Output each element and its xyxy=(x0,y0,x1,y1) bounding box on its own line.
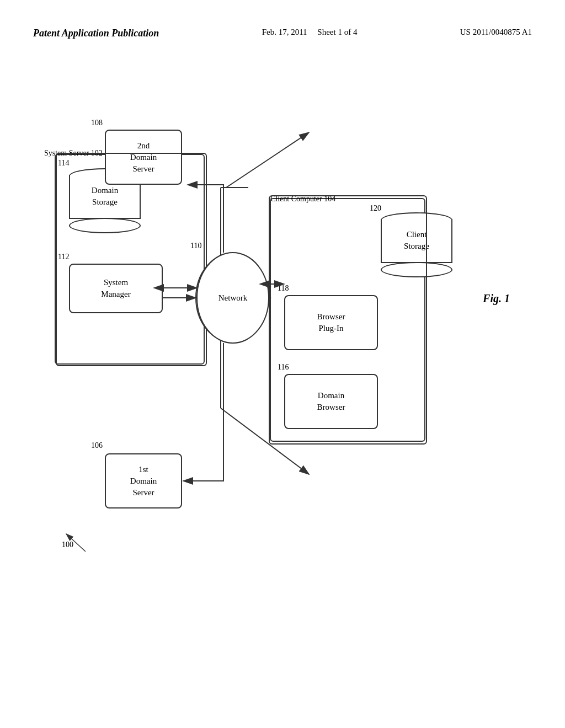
first-domain-server-box: 1stDomainServer xyxy=(105,453,182,508)
header: Patent Application Publication Feb. 17, … xyxy=(33,28,532,39)
domain-storage-ref: 114 xyxy=(58,159,69,168)
header-date-sheet: Feb. 17, 2011 Sheet 1 of 4 xyxy=(262,28,358,37)
client-storage-cylinder-bottom xyxy=(381,262,452,277)
client-storage-ref: 120 xyxy=(370,204,381,213)
date: Feb. 17, 2011 xyxy=(262,28,307,36)
second-domain-server-ref: 108 xyxy=(91,119,103,127)
second-domain-server-box: 2ndDomainServer xyxy=(105,130,182,185)
browser-plugin-ref: 118 xyxy=(278,284,289,293)
diagram: Network System Server 102 114 DomainStor… xyxy=(33,88,532,618)
system-server-label: System Server 102 xyxy=(44,149,103,158)
domain-browser-ref: 116 xyxy=(278,363,289,372)
system-manager-box: SystemManager xyxy=(69,264,163,313)
ref-100: 100 xyxy=(62,540,73,549)
network-ref: 110 xyxy=(190,242,201,250)
system-manager-ref: 112 xyxy=(58,253,69,261)
domain-storage-cylinder-bottom xyxy=(69,218,141,233)
svg-text:Network: Network xyxy=(217,288,247,297)
svg-point-5 xyxy=(196,254,268,342)
first-domain-server-ref: 106 xyxy=(91,441,103,450)
svg-line-11 xyxy=(226,132,309,188)
publication-title: Patent Application Publication xyxy=(33,28,159,39)
svg-point-19 xyxy=(197,253,269,343)
client-computer-label: Client Computer 104 xyxy=(270,195,335,204)
patent-number: US 2011/0040875 A1 xyxy=(460,28,532,37)
svg-text:Network: Network xyxy=(218,293,248,302)
sheet: Sheet 1 of 4 xyxy=(317,28,357,36)
browser-plugin-box: BrowserPlug-In xyxy=(284,295,378,350)
page: Patent Application Publication Feb. 17, … xyxy=(0,0,565,728)
fig-label: Fig. 1 xyxy=(483,292,510,305)
domain-browser-box: DomainBrowser xyxy=(284,374,378,429)
client-storage-body: ClientStorage xyxy=(381,219,452,263)
